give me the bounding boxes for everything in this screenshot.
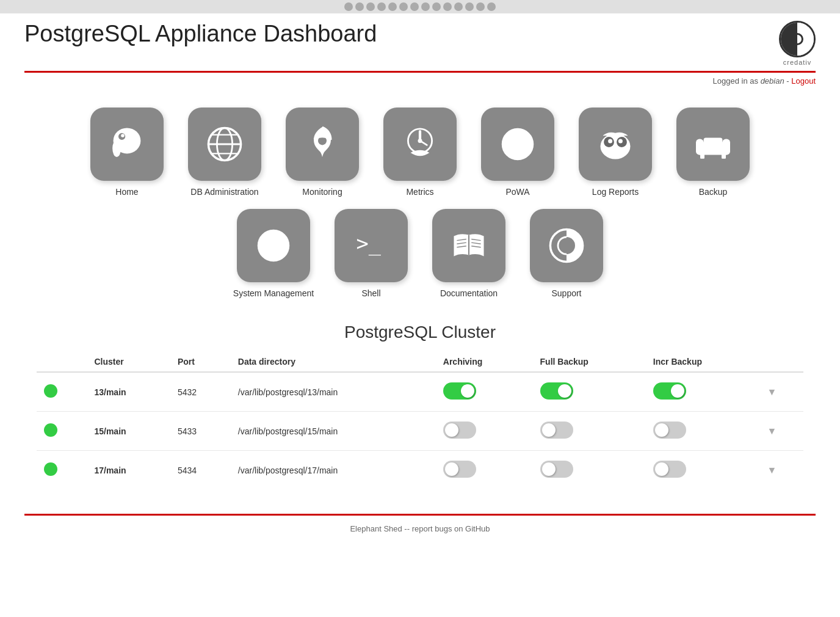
toggle-knob [445,423,458,437]
toggle-knob [655,462,668,476]
app-grid: Home DB Administration Mo [0,89,840,310]
login-text: Logged in as debian - [713,76,792,86]
status-cell [37,451,87,490]
status-indicator [44,384,57,398]
col-cluster: Cluster [87,352,170,372]
archiving-cell [436,372,533,412]
app-home-label: Home [115,187,138,197]
data-dir-cell: /var/lib/postgresql/15/main [231,412,436,451]
row-dropdown-arrow[interactable]: ▼ [767,387,777,397]
incr-backup-cell [646,372,760,412]
credativ-logo [779,21,816,57]
shell-icon: >_ [335,209,408,282]
toggle-knob [542,423,556,437]
app-monitoring-label: Monitoring [302,187,342,197]
svg-rect-25 [722,153,726,158]
row-dropdown-arrow[interactable]: ▼ [767,426,777,436]
archiving-toggle[interactable] [443,382,476,400]
home-icon [90,108,164,181]
port-cell: 5434 [170,451,231,490]
full-backup-cell [533,412,646,451]
browser-btn[interactable] [454,2,463,11]
app-powa-label: PoWA [505,187,529,197]
app-home[interactable]: Home [84,108,170,197]
incr-backup-toggle[interactable] [653,461,686,478]
cluster-name-cell: 15/main [87,412,170,451]
login-bar: Logged in as debian - Logout [0,73,840,89]
incr-backup-toggle[interactable] [653,422,686,439]
toggle-knob [461,384,474,398]
app-log-reports[interactable]: Log Reports [573,108,658,197]
app-documentation[interactable]: Documentation [426,209,512,298]
app-powa[interactable]: PoWA [475,108,560,197]
log-reports-icon [579,108,652,181]
app-db-admin-label: DB Administration [190,187,258,197]
browser-btn[interactable] [432,2,441,11]
app-system-mgmt[interactable]: System Management [231,209,316,298]
browser-btn[interactable] [421,2,430,11]
col-incr-backup: Incr Backup [646,352,760,372]
browser-btn[interactable] [377,2,386,11]
table-row: 15/main 5433 /var/lib/postgresql/15/main [37,412,803,451]
status-cell [37,412,87,451]
app-metrics[interactable]: Metrics [377,108,463,197]
full-backup-toggle[interactable] [540,422,573,439]
cluster-name-cell: 17/main [87,451,170,490]
port-cell: 5432 [170,372,231,412]
cluster-name: 17/main [94,465,126,475]
full-backup-toggle[interactable] [540,382,573,400]
browser-btn[interactable] [344,2,353,11]
cluster-section: PostgreSQL Cluster Cluster Port Data dir… [0,310,840,502]
svg-rect-21 [696,139,704,155]
browser-btn[interactable] [476,2,485,11]
app-shell[interactable]: >_ Shell [328,209,414,298]
archiving-toggle[interactable] [443,461,476,478]
browser-bar [0,0,840,13]
full-backup-toggle[interactable] [540,461,573,478]
svg-rect-24 [700,153,704,158]
col-actions [760,352,803,372]
documentation-icon [432,209,505,282]
browser-btn[interactable] [410,2,419,11]
app-db-admin[interactable]: DB Administration [182,108,267,197]
port-cell: 5433 [170,412,231,451]
browser-btn[interactable] [399,2,408,11]
archiving-toggle[interactable] [443,422,476,439]
toggle-knob [671,384,684,398]
svg-point-19 [610,147,621,154]
app-monitoring[interactable]: Monitoring [280,108,365,197]
col-archiving: Archiving [436,352,533,372]
support-icon [530,209,603,282]
backup-icon [676,108,750,181]
browser-btn[interactable] [487,2,496,11]
col-port: Port [170,352,231,372]
full-backup-cell [533,451,646,490]
app-shell-label: Shell [361,288,380,298]
logout-link[interactable]: Logout [791,76,816,86]
table-row: 13/main 5432 /var/lib/postgresql/13/main [37,372,803,412]
app-backup-label: Backup [699,187,728,197]
app-backup[interactable]: Backup [670,108,756,197]
svg-point-3 [121,134,125,137]
incr-backup-toggle[interactable] [653,382,686,400]
browser-btn[interactable] [443,2,452,11]
archiving-cell [436,412,533,451]
app-support[interactable]: Support [524,209,609,298]
svg-point-14 [601,134,631,159]
browser-btn[interactable] [366,2,375,11]
cluster-name: 13/main [94,387,126,397]
archiving-cell [436,451,533,490]
browser-btn[interactable] [355,2,364,11]
app-log-reports-label: Log Reports [592,187,639,197]
row-dropdown-arrow[interactable]: ▼ [767,465,777,475]
col-status [37,352,87,372]
full-backup-cell [533,372,646,412]
svg-point-18 [618,139,623,144]
header: PostgreSQL Appliance Dashboard credativ [0,13,840,71]
browser-btn[interactable] [388,2,397,11]
browser-btn[interactable] [465,2,474,11]
toggle-knob [445,462,458,476]
actions-cell: ▼ [760,372,803,412]
app-system-mgmt-label: System Management [233,288,314,298]
svg-rect-23 [704,138,723,145]
